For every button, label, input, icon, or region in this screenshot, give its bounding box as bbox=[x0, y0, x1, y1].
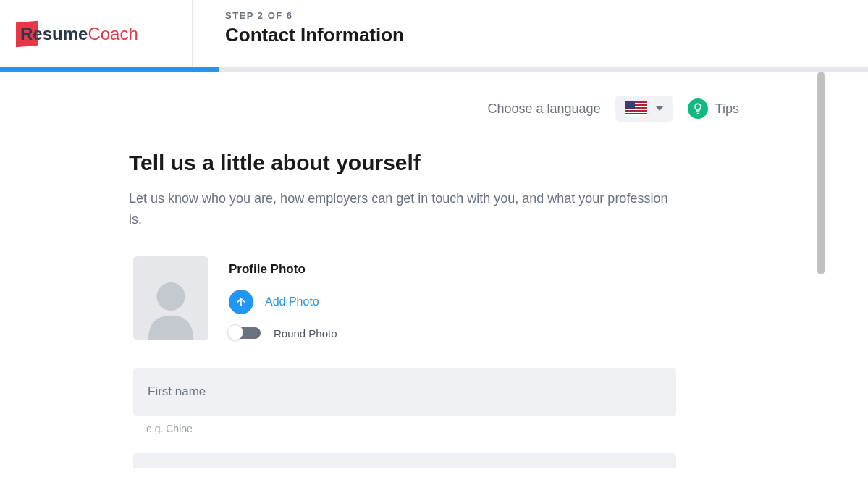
logo-section: Resume Coach bbox=[0, 0, 193, 67]
tips-label: Tips bbox=[715, 101, 739, 117]
svg-point-0 bbox=[157, 282, 185, 311]
photo-placeholder[interactable] bbox=[133, 256, 208, 340]
toolbar: Choose a language Tips bbox=[129, 96, 739, 122]
header: Resume Coach STEP 2 OF 6 Contact Informa… bbox=[0, 0, 868, 67]
page-description: Let us know who you are, how employers c… bbox=[129, 188, 679, 230]
toggle-knob bbox=[227, 324, 243, 340]
content-wrapper: Choose a language Tips Tell us a little … bbox=[0, 72, 868, 488]
round-photo-toggle[interactable] bbox=[229, 327, 261, 339]
language-selector[interactable] bbox=[615, 96, 673, 122]
photo-controls: Profile Photo Add Photo Round Photo bbox=[229, 256, 337, 340]
next-input-partial[interactable] bbox=[133, 453, 676, 468]
upload-icon bbox=[229, 290, 253, 314]
main-content: Choose a language Tips Tell us a little … bbox=[0, 72, 868, 468]
lightbulb-icon bbox=[688, 98, 708, 119]
logo-text-secondary: Coach bbox=[88, 24, 138, 44]
flag-us-icon bbox=[625, 101, 647, 116]
step-title: Contact Information bbox=[225, 24, 404, 46]
language-label: Choose a language bbox=[488, 101, 601, 117]
round-photo-label: Round Photo bbox=[274, 327, 337, 340]
chevron-down-icon bbox=[656, 106, 663, 111]
add-photo-button[interactable]: Add Photo bbox=[229, 290, 337, 314]
first-name-hint: e.g. Chloe bbox=[133, 423, 739, 434]
scrollbar[interactable] bbox=[817, 72, 825, 274]
avatar-icon bbox=[143, 277, 199, 340]
first-name-field: e.g. Chloe bbox=[129, 368, 739, 468]
photo-section: Profile Photo Add Photo Round Photo bbox=[129, 256, 739, 340]
add-photo-label: Add Photo bbox=[265, 295, 319, 308]
step-section: STEP 2 OF 6 Contact Information bbox=[193, 0, 404, 67]
photo-title: Profile Photo bbox=[229, 262, 337, 277]
tips-button[interactable]: Tips bbox=[688, 98, 739, 119]
logo-text-primary: Resume bbox=[20, 24, 88, 44]
first-name-input[interactable] bbox=[133, 368, 676, 416]
round-photo-row: Round Photo bbox=[229, 327, 337, 340]
page-title: Tell us a little about yourself bbox=[129, 151, 739, 175]
logo[interactable]: Resume Coach bbox=[16, 22, 138, 46]
step-indicator: STEP 2 OF 6 bbox=[225, 10, 404, 21]
